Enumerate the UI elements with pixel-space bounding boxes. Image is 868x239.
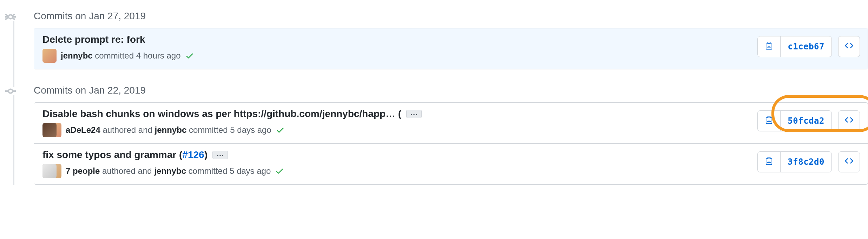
svg-point-0 bbox=[8, 15, 12, 19]
commit-title-text: ) bbox=[204, 149, 208, 160]
author-link[interactable]: jennybc bbox=[61, 51, 93, 60]
code-icon bbox=[844, 157, 854, 167]
sha-button-group: c1ceb67 bbox=[757, 36, 832, 57]
avatar-stack[interactable] bbox=[42, 123, 61, 137]
check-icon[interactable] bbox=[185, 51, 194, 60]
commit-dot-icon bbox=[5, 13, 23, 21]
commit-title-link[interactable]: Disable bash chunks on windows as per ht… bbox=[42, 108, 401, 120]
code-icon bbox=[844, 41, 854, 52]
author-link[interactable]: 7 people bbox=[66, 166, 100, 176]
commits-date-heading: Commits on Jan 22, 2019 bbox=[7, 77, 868, 102]
check-icon[interactable] bbox=[276, 125, 285, 135]
pr-link[interactable]: #126 bbox=[182, 149, 204, 160]
commit-time: 4 hours ago bbox=[136, 51, 181, 60]
check-icon[interactable] bbox=[275, 166, 284, 176]
sha-link[interactable]: 3f8c2d0 bbox=[780, 152, 831, 172]
commit-row: Disable bash chunks on windows as per ht… bbox=[34, 103, 868, 143]
clipboard-icon bbox=[765, 41, 773, 52]
meta-text: committed bbox=[186, 125, 230, 135]
commit-title-link[interactable]: Delete prompt re: fork bbox=[42, 34, 145, 45]
sha-link[interactable]: c1ceb67 bbox=[780, 36, 831, 57]
sha-button-group: 50fcda2 bbox=[757, 110, 832, 131]
clipboard-icon bbox=[765, 157, 773, 167]
author-link[interactable]: aDeLe24 bbox=[66, 125, 100, 135]
commit-title-text: fix some typos and grammar ( bbox=[42, 149, 182, 160]
avatar bbox=[42, 164, 57, 178]
avatar[interactable] bbox=[42, 49, 57, 63]
author-link[interactable]: jennybc bbox=[154, 166, 186, 176]
svg-point-3 bbox=[8, 89, 12, 93]
avatar-stack[interactable] bbox=[42, 164, 61, 178]
browse-code-button[interactable] bbox=[838, 36, 860, 57]
meta-text: committed bbox=[186, 166, 230, 176]
commit-time: 5 days ago bbox=[230, 166, 271, 176]
commit-row: fix some typos and grammar (#126) … 7 pe… bbox=[34, 143, 868, 184]
author-link[interactable]: jennybc bbox=[155, 125, 187, 135]
copy-sha-button[interactable] bbox=[758, 111, 780, 131]
meta-text: authored and bbox=[100, 166, 154, 176]
clipboard-icon bbox=[765, 116, 773, 126]
expand-message-button[interactable]: … bbox=[212, 151, 228, 159]
commit-row: Delete prompt re: fork jennybc committed… bbox=[34, 28, 868, 69]
expand-message-button[interactable]: … bbox=[406, 110, 422, 118]
copy-sha-button[interactable] bbox=[758, 36, 780, 57]
avatar bbox=[42, 123, 57, 137]
sha-button-group: 3f8c2d0 bbox=[757, 151, 832, 172]
sha-link[interactable]: 50fcda2 bbox=[780, 111, 831, 131]
meta-text: authored and bbox=[100, 125, 155, 135]
code-icon bbox=[844, 116, 854, 126]
browse-code-button[interactable] bbox=[838, 110, 860, 131]
commit-title-link[interactable]: fix some typos and grammar (#126) bbox=[42, 149, 208, 161]
copy-sha-button[interactable] bbox=[758, 152, 780, 172]
meta-text: committed bbox=[93, 51, 136, 60]
commit-dot-icon bbox=[5, 87, 23, 95]
commit-time: 5 days ago bbox=[230, 125, 271, 135]
commits-date-heading: Commits on Jan 27, 2019 bbox=[7, 3, 868, 28]
browse-code-button[interactable] bbox=[838, 151, 860, 172]
